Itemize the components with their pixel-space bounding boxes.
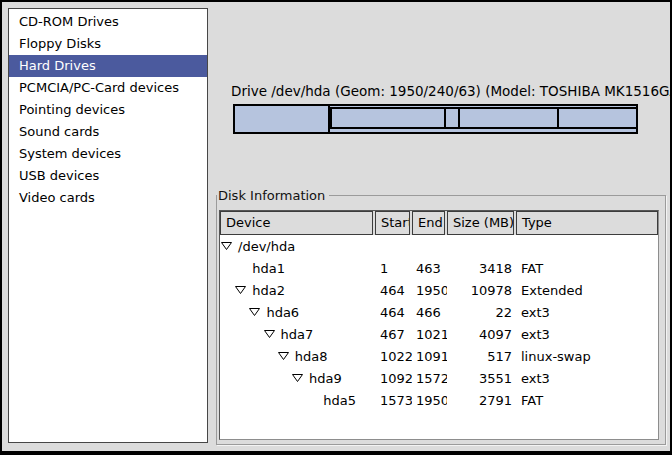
expander-triangle-icon[interactable] [221,242,232,250]
table-row-hda1[interactable]: hda114633418FAT [220,257,658,279]
column-header-type[interactable]: Type [516,211,658,235]
type-cell: FAT [516,261,658,276]
device-category-list: CD-ROM DrivesFloppy DisksHard DrivesPCMC… [8,8,208,443]
device-cell: hda9 [220,371,375,386]
partition-segment-hda9 [460,109,558,127]
sidebar-item-cd-rom-drives[interactable]: CD-ROM Drives [9,11,207,33]
size-cell: 3551 [447,371,516,386]
table-row-hda9[interactable]: hda9109215723551ext3 [220,367,658,389]
type-cell: Extended [516,283,658,298]
start-cell: 1573 [375,393,412,408]
device-cell: hda1 [220,261,375,276]
sidebar-item-usb-devices[interactable]: USB devices [9,165,207,187]
size-cell: 517 [447,349,516,364]
start-cell: 467 [375,327,412,342]
end-cell: 1572 [412,371,447,386]
sidebar-item-pcmcia-pc-card-devices[interactable]: PCMCIA/PC-Card devices [9,77,207,99]
partition-segment-hda1 [235,106,330,132]
device-cell: hda7 [220,327,375,342]
sidebar-item-pointing-devices[interactable]: Pointing devices [9,99,207,121]
device-label: /dev/hda [238,239,295,254]
table-row-hda8[interactable]: hda810221091517linux-swap [220,345,658,367]
table-row-hda2[interactable]: hda2464195010978Extended [220,279,658,301]
type-cell: ext3 [516,327,658,342]
end-cell: 1950 [412,393,447,408]
table-row-hda6[interactable]: hda646446622ext3 [220,301,658,323]
expander-triangle-icon[interactable] [278,352,289,360]
size-cell: 4097 [447,327,516,342]
type-cell: ext3 [516,305,658,320]
expander-triangle-icon[interactable] [264,330,275,338]
start-cell: 1022 [375,349,412,364]
partition-bar [233,104,638,134]
end-cell: 1091 [412,349,447,364]
device-label: hda9 [309,371,342,386]
column-header-end[interactable]: End [412,211,445,235]
expander-triangle-icon[interactable] [235,286,246,294]
device-label: hda5 [323,393,356,408]
drive-title: Drive /dev/hda (Geom: 1950/240/63) (Mode… [231,83,638,99]
disk-information-table: DeviceStartEndSize (MB)Type /dev/hdahda1… [219,210,659,440]
table-row-hda7[interactable]: hda746710214097ext3 [220,323,658,345]
size-cell: 2791 [447,393,516,408]
table-row-hda5[interactable]: hda5157319502791FAT [220,389,658,411]
size-cell: 3418 [447,261,516,276]
sidebar-item-floppy-disks[interactable]: Floppy Disks [9,33,207,55]
device-cell: /dev/hda [220,239,375,254]
table-body: /dev/hdahda114633418FAThda2464195010978E… [220,235,658,411]
type-cell: FAT [516,393,658,408]
sidebar-item-hard-drives[interactable]: Hard Drives [9,55,207,77]
expander-triangle-icon[interactable] [292,374,303,382]
device-cell: hda6 [220,305,375,320]
device-label: hda1 [252,261,285,276]
partition-segment-hda5 [559,109,636,127]
device-cell: hda5 [220,393,375,408]
sidebar-item-system-devices[interactable]: System devices [9,143,207,165]
hardware-browser-window: CD-ROM DrivesFloppy DisksHard DrivesPCMC… [0,0,672,455]
type-cell: linux-swap [516,349,658,364]
start-cell: 464 [375,283,412,298]
partition-segment-hda2 [330,106,636,132]
device-cell: hda8 [220,349,375,364]
table-row-dev-hda[interactable]: /dev/hda [220,235,658,257]
size-cell: 22 [447,305,516,320]
device-label: hda6 [266,305,299,320]
end-cell: 463 [412,261,447,276]
end-cell: 1021 [412,327,447,342]
device-label: hda7 [281,327,314,342]
column-header-device[interactable]: Device [220,211,373,235]
device-label: hda2 [252,283,285,298]
disk-information-label: Disk Information [217,188,329,203]
sidebar-item-video-cards[interactable]: Video cards [9,187,207,209]
expander-triangle-icon[interactable] [249,308,260,316]
device-cell: hda2 [220,283,375,298]
column-header-size-mb-[interactable]: Size (MB) [447,211,514,235]
end-cell: 1950 [412,283,447,298]
sidebar-item-sound-cards[interactable]: Sound cards [9,121,207,143]
size-cell: 10978 [447,283,516,298]
logical-partitions-row [330,107,636,129]
table-header-row: DeviceStartEndSize (MB)Type [220,211,658,235]
end-cell: 466 [412,305,447,320]
start-cell: 1 [375,261,412,276]
start-cell: 1092 [375,371,412,386]
partition-segment-hda8 [446,109,460,127]
device-label: hda8 [295,349,328,364]
type-cell: ext3 [516,371,658,386]
start-cell: 464 [375,305,412,320]
partition-segment-hda7 [332,109,446,127]
column-header-start[interactable]: Start [375,211,410,235]
